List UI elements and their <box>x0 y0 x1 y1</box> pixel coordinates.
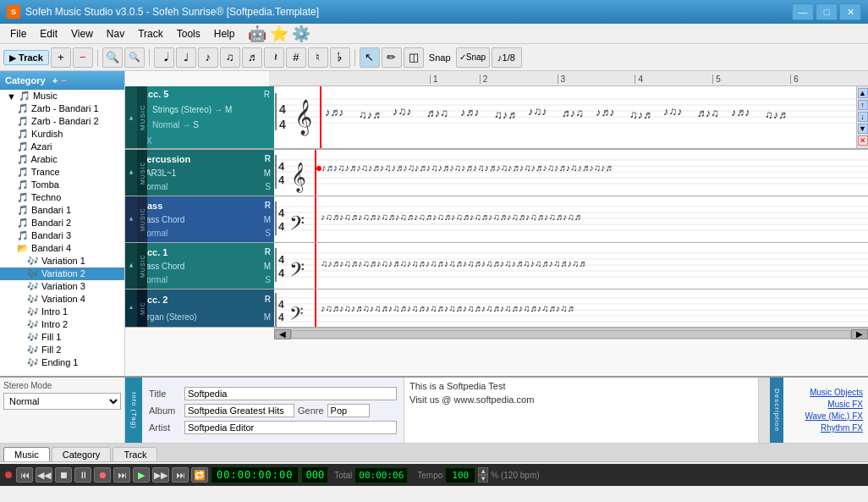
track-toolbar-button[interactable]: ▶ Track <box>3 50 49 65</box>
track-r-btn[interactable]: R <box>264 90 270 99</box>
transport-loop-btn[interactable]: 🔁 <box>191 467 208 483</box>
music-fx-btn[interactable]: Music FX <box>788 400 863 409</box>
sidebar-remove-button[interactable]: − <box>61 75 66 86</box>
tree-item-variation2[interactable]: 🎶 Variation 2 <box>0 268 124 280</box>
sidebar-add-button[interactable]: + <box>52 75 58 86</box>
tree-item-zarb2[interactable]: 🎵 Zarb - Bandari 2 <box>0 115 124 128</box>
perc-m-btn[interactable]: M <box>264 168 271 178</box>
track-s-btn[interactable]: S <box>193 120 199 130</box>
transport-play-btn[interactable]: ▶ <box>133 467 150 483</box>
perc-r-btn[interactable]: R <box>265 154 271 164</box>
transport-rewind-btn[interactable]: ⏮ <box>16 467 33 483</box>
tree-item-bandari4[interactable]: 📂 Bandari 4 <box>0 242 124 255</box>
bass-m-btn[interactable]: M <box>264 215 271 224</box>
maximize-button[interactable]: □ <box>816 3 838 20</box>
track-content-acc2[interactable]: 4 4 𝄢 ♪♫♬♪♫♪♬♫♪♫♬♪♫♬♪♫♬♪♫♬♪♫♬♪♫♬♪♫♬♪♫♬♪♫… <box>274 290 868 327</box>
track-fx-btn[interactable]: FX <box>141 136 270 146</box>
settings-icon[interactable]: ⚙️ <box>292 25 310 43</box>
tree-item-music[interactable]: ▼ 🎵 Music <box>0 90 124 102</box>
transport-stop-btn[interactable]: ⏹ <box>55 467 72 483</box>
note-value-display[interactable]: ♪ 1/8 <box>492 47 522 68</box>
description-vert-label[interactable]: Description <box>770 378 783 443</box>
star-icon[interactable]: ⭐ <box>270 25 288 43</box>
artist-input[interactable] <box>184 421 397 434</box>
wave-fx-btn[interactable]: Wave (Mic.) FX <box>788 411 863 421</box>
hscroll-thumb[interactable] <box>291 330 851 339</box>
track-collapse-acc1[interactable]: ▼ <box>125 243 137 289</box>
info-tag-vert-label[interactable]: Info (Tag) <box>125 378 142 443</box>
tree-item-variation3[interactable]: 🎶 Variation 3 <box>0 280 124 293</box>
scroll-pagedown-btn[interactable]: ↓ <box>858 112 868 122</box>
transport-prev-btn[interactable]: ◀◀ <box>36 467 52 483</box>
note-tool-5[interactable]: ♬ <box>242 47 262 68</box>
music-objects-btn[interactable]: Music Objects <box>788 388 863 397</box>
android-icon[interactable]: 🤖 <box>248 25 266 43</box>
snap-checkbox[interactable]: ✓Snap <box>456 47 490 68</box>
select-tool[interactable]: ↖ <box>360 47 380 68</box>
tree-item-azari[interactable]: 🎵 Azari <box>0 141 124 153</box>
tree-item-intro1[interactable]: 🎶 Intro 1 <box>0 306 124 318</box>
pencil-tool[interactable]: ✏ <box>382 47 402 68</box>
tree-item-trance[interactable]: 🎵 Trance <box>0 166 124 179</box>
tab-category[interactable]: Category <box>52 447 112 461</box>
menu-help[interactable]: Help <box>207 26 242 41</box>
genre-input[interactable] <box>327 404 370 417</box>
bass-s-btn[interactable]: S <box>265 229 271 238</box>
menu-track[interactable]: Track <box>131 26 170 41</box>
sharp-tool[interactable]: # <box>286 47 306 68</box>
note-tool-4[interactable]: ♫ <box>220 47 240 68</box>
natural-tool[interactable]: ♮ <box>308 47 328 68</box>
close-track-btn[interactable]: ✕ <box>858 135 868 146</box>
track-collapse-bass[interactable]: ▼ <box>125 196 137 242</box>
close-button[interactable]: ✕ <box>839 3 861 20</box>
add-track-button[interactable]: + <box>51 47 71 68</box>
scroll-down-btn[interactable]: ▼ <box>858 124 868 134</box>
note-tool-6[interactable]: 𝄽 <box>264 47 284 68</box>
tree-item-techno[interactable]: 🎵 Techno <box>0 191 124 204</box>
acc2-m-btn[interactable]: M <box>264 312 271 322</box>
tree-item-bandari2[interactable]: 🎵 Bandari 2 <box>0 217 124 229</box>
zoom-in-button[interactable]: 🔍 <box>102 47 123 68</box>
note-tool-3[interactable]: ♪ <box>198 47 218 68</box>
menu-tools[interactable]: Tools <box>170 26 207 41</box>
acc1-r-btn[interactable]: R <box>265 247 271 257</box>
scroll-up-btn[interactable]: ▲ <box>858 88 868 98</box>
menu-file[interactable]: File <box>3 26 33 41</box>
tab-music[interactable]: Music <box>3 447 50 461</box>
tree-item-bandari1[interactable]: 🎵 Bandari 1 <box>0 204 124 217</box>
acc2-r-btn[interactable]: R <box>265 295 271 305</box>
menu-nav[interactable]: Nav <box>100 26 131 41</box>
acc1-s-btn[interactable]: S <box>265 275 271 284</box>
stereo-mode-select[interactable]: Normal Stereo Mono <box>3 393 121 410</box>
acc1-m-btn[interactable]: M <box>264 262 271 271</box>
menu-edit[interactable]: Edit <box>33 26 64 41</box>
tree-item-tomba[interactable]: 🎵 Tomba <box>0 179 124 191</box>
tree-item-fill1[interactable]: 🎶 Fill 1 <box>0 331 124 344</box>
note-tool-1[interactable]: 𝅘𝅥 <box>154 47 174 68</box>
tree-item-intro2[interactable]: 🎶 Intro 2 <box>0 318 124 331</box>
flat-tool[interactable]: 𝄬 <box>330 47 350 68</box>
track-collapse-percussion[interactable]: ▼ <box>125 150 137 196</box>
bass-r-btn[interactable]: R <box>265 201 271 211</box>
track-content-perc[interactable]: 4 4 𝄞 ♪♬♪♫♪♬♪♫♪♬♪♫♪♬♪♫♪♬♪♫♪♬♪♫♪♬♪♫♪♬♪♫♪♬… <box>274 150 868 196</box>
track-m-btn[interactable]: M <box>225 105 232 114</box>
transport-record-btn[interactable]: ⏺ <box>94 467 111 483</box>
tree-item-kurdish[interactable]: 🎵 Kurdish <box>0 128 124 141</box>
title-input[interactable] <box>184 387 397 400</box>
track-collapse-acc5[interactable]: ▼ <box>125 86 137 148</box>
rhythm-fx-btn[interactable]: Rhythm FX <box>788 423 863 433</box>
track-collapse-acc2[interactable]: ▼ <box>125 290 137 327</box>
note-tool-2[interactable]: ♩ <box>176 47 196 68</box>
eraser-tool[interactable]: ◫ <box>404 47 424 68</box>
tree-item-bandari3[interactable]: 🎵 Bandari 3 <box>0 229 124 242</box>
tree-item-ending1[interactable]: 🎶 Ending 1 <box>0 356 124 369</box>
perc-s-btn[interactable]: S <box>265 182 271 191</box>
tree-item-zarb1[interactable]: 🎵 Zarb - Bandari 1 <box>0 102 124 115</box>
zoom-out-button[interactable]: 🔍 <box>124 47 145 68</box>
track-content-acc5[interactable]: 4 4 𝄞 ♪♬♪ ♫♪♬ ♪♫♪ ♬♪♫ ♪♬♪ ♫♪♬ ♪♫♪ ♬♪♫ ♪♬… <box>274 86 856 148</box>
transport-fastfwd-btn[interactable]: ⏭ <box>172 467 189 483</box>
scroll-pageup-btn[interactable]: ↑ <box>858 100 868 110</box>
tree-item-arabic[interactable]: 🎵 Arabic <box>0 153 124 166</box>
track-content-bass[interactable]: 4 4 𝄢 ♪♫♬♪♫♬♪♫♬♪♫♬♪♫♬♪♫♬♪♫♬♪♫♬♪♫♬♪♫♬♪♫♬♪… <box>274 196 868 242</box>
hscroll-right-btn[interactable]: ▶ <box>851 329 868 339</box>
